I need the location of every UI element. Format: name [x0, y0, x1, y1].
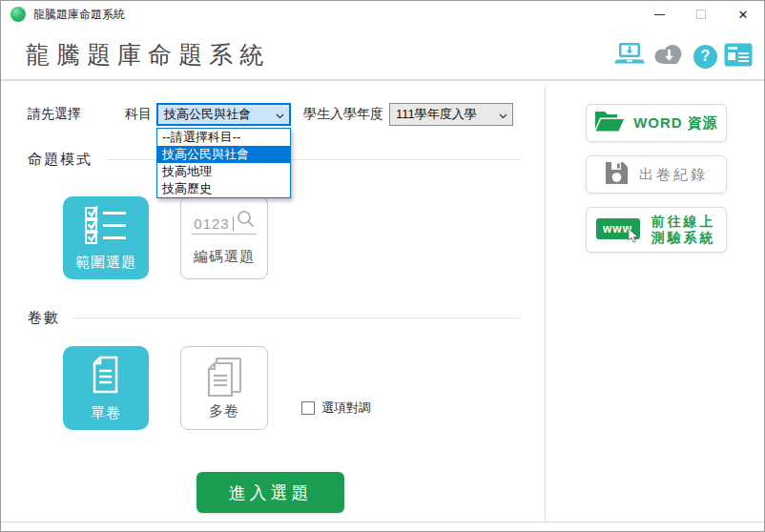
swap-checkbox-label: 選項對調 [321, 399, 371, 417]
count-section-header: 卷數 [28, 309, 521, 327]
code-search-input[interactable]: 0123 [192, 210, 256, 235]
online-test-label: 前往線上 測驗系統 [651, 214, 716, 247]
multi-paper-label: 多卷 [209, 402, 239, 420]
subject-select-value: 技高公民與社會 [164, 106, 251, 123]
maximize-icon [696, 10, 706, 19]
maximize-button[interactable] [680, 1, 722, 28]
year-select[interactable]: 111學年度入學 [389, 103, 513, 126]
code-select-label: 編碼選題 [194, 248, 255, 266]
mode-options: 範圍選題 0123 編碼選題 [63, 196, 268, 279]
sidebar: WORD 資源 出卷紀錄 www [546, 80, 765, 522]
text-caret [233, 216, 234, 231]
documents-icon [202, 357, 246, 402]
laptop-download-icon[interactable] [614, 42, 645, 71]
app-logo-icon [10, 7, 26, 22]
year-select-value: 111學年度入學 [396, 106, 477, 123]
titlebar: 龍騰題庫命題系統 ✕ [1, 1, 764, 28]
titlebar-title: 龍騰題庫命題系統 [33, 7, 125, 23]
online-test-button[interactable]: www 前往線上 測驗系統 [586, 207, 727, 253]
app-window: 龍騰題庫命題系統 ✕ 龍騰題庫命題系統 [0, 0, 765, 532]
swap-option-group: 選項對調 [301, 399, 371, 417]
single-paper-button[interactable]: 單卷 [63, 346, 149, 430]
dropdown-option-selected[interactable]: 技高公民與社會 [157, 146, 290, 163]
exam-record-button[interactable]: 出卷紀錄 [586, 155, 727, 194]
enter-selection-button[interactable]: 進入選題 [196, 472, 344, 513]
save-disk-icon [604, 160, 630, 190]
year-label: 學生入學年度 [303, 106, 383, 123]
close-button[interactable]: ✕ [722, 1, 764, 28]
chevron-down-icon [276, 108, 284, 122]
folder-icon [593, 109, 624, 137]
section-divider [73, 317, 521, 318]
single-paper-label: 單卷 [91, 404, 121, 422]
checklist-icon [84, 204, 128, 248]
code-input-value: 0123 [194, 215, 229, 232]
www-icon: www [596, 218, 642, 241]
swap-checkbox[interactable] [301, 401, 315, 415]
subject-dropdown: --請選擇科目-- 技高公民與社會 技高地理 技高歷史 [156, 128, 291, 198]
subject-label: 科目 [125, 106, 152, 123]
word-resources-button[interactable]: WORD 資源 [586, 104, 727, 142]
search-icon [237, 210, 255, 232]
dropdown-option[interactable]: 技高歷史 [157, 180, 290, 197]
online-test-label-line2: 測驗系統 [651, 230, 716, 247]
close-icon: ✕ [738, 9, 749, 21]
header: 龍騰題庫命題系統 [1, 28, 764, 79]
prompt-label: 請先選擇 [28, 106, 81, 123]
window-controls: ✕ [638, 1, 764, 28]
exam-record-label: 出卷紀錄 [639, 166, 708, 184]
page-title: 龍騰題庫命題系統 [26, 39, 270, 71]
main-panel: 請先選擇 科目 技高公民與社會 --請選擇科目-- 技高公民與社會 技高地理 技… [1, 80, 545, 522]
header-icons: ? [614, 42, 753, 71]
help-icon[interactable]: ? [693, 45, 717, 69]
cloud-download-icon[interactable] [651, 42, 687, 71]
range-select-button[interactable]: 範圍選題 [63, 196, 149, 279]
bottom-divider [1, 522, 764, 522]
chevron-down-icon [499, 108, 507, 122]
count-section-title: 卷數 [28, 309, 60, 327]
minimize-button[interactable] [638, 1, 680, 28]
cursor-arrow-icon [628, 229, 640, 247]
count-options: 單卷 多卷 [63, 346, 371, 430]
dropdown-option[interactable]: 技高地理 [157, 163, 290, 180]
dropdown-option[interactable]: --請選擇科目-- [157, 129, 290, 146]
selection-row: 請先選擇 科目 技高公民與社會 --請選擇科目-- 技高公民與社會 技高地理 技… [28, 103, 513, 126]
word-resources-label: WORD 資源 [633, 114, 718, 133]
subject-select[interactable]: 技高公民與社會 --請選擇科目-- 技高公民與社會 技高地理 技高歷史 [156, 103, 291, 126]
news-icon[interactable] [724, 43, 753, 71]
minimize-icon [654, 14, 665, 15]
code-select-card[interactable]: 0123 編碼選題 [180, 196, 268, 279]
range-select-label: 範圍選題 [75, 254, 136, 272]
multi-paper-button[interactable]: 多卷 [180, 346, 268, 430]
mode-section-title: 命題模式 [28, 151, 93, 169]
document-icon [87, 355, 125, 399]
online-test-label-line1: 前往線上 [651, 214, 716, 231]
